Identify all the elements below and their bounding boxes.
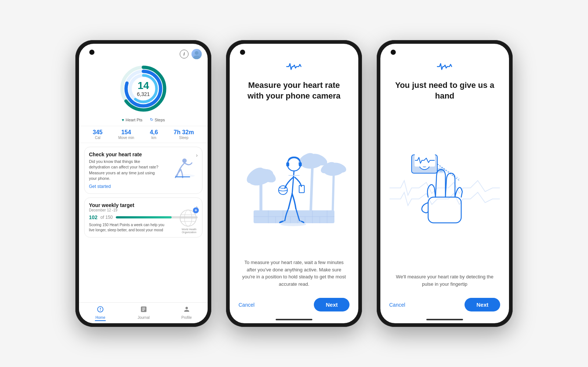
svg-point-1 (193, 56, 200, 59)
phone3-illustration (380, 108, 509, 267)
profile-label: Profile (181, 316, 191, 320)
journal-icon (140, 306, 147, 315)
progress-bar-fill (116, 216, 172, 218)
bottom-nav: Home Journal Profile (79, 302, 208, 323)
info-button[interactable]: i (180, 50, 189, 58)
phone2-content: Measure your heart rate with your phone … (230, 44, 358, 323)
steps-label: ↻ Steps (150, 117, 165, 122)
stat-sleep: 7h 32m Sleep (174, 129, 194, 140)
camera-hole-2 (240, 50, 245, 55)
weekly-desc: Scoring 150 Heart Points a week can help… (89, 222, 165, 233)
stat-move: 154 Move min (118, 129, 134, 140)
heart-pts-value: 14 (137, 80, 149, 92)
phone2-illustration (230, 108, 358, 253)
phone3-next-button[interactable]: Next (465, 298, 500, 311)
heart-rate-desc: Did you know that things like dehydratio… (89, 159, 159, 182)
home-indicator-2 (276, 319, 312, 320)
heart-pts-label: ♥ Heart Pts (122, 117, 142, 122)
weekly-target-card[interactable]: Your weekly target December 12 -19 › 102… (84, 197, 202, 238)
phone2-footer: Cancel Next (230, 293, 358, 319)
home-indicator-3 (426, 319, 463, 320)
camera-hole-3 (391, 50, 396, 55)
ring-container: 14 6,321 (79, 63, 208, 114)
svg-line-20 (311, 166, 312, 218)
phone3-cancel-button[interactable]: Cancel (389, 302, 405, 308)
svg-point-44 (280, 222, 306, 226)
svg-rect-45 (428, 197, 461, 223)
phone3-desc: We'll measure your heart rate by detecti… (380, 267, 509, 293)
phone2-title: Measure your heart rate with your phone … (230, 80, 358, 101)
heart-icon: ♥ (122, 118, 124, 122)
svg-point-9 (182, 158, 187, 163)
phone-2: Measure your heart rate with your phone … (226, 40, 362, 327)
phone3-footer: Cancel Next (380, 293, 509, 319)
metric-labels: ♥ Heart Pts ↻ Steps (79, 117, 208, 122)
nav-journal[interactable]: Journal (137, 306, 150, 321)
heartwave-icon-2 (286, 62, 302, 73)
nav-home[interactable]: Home (95, 306, 106, 321)
steps-icon: ↻ (150, 117, 153, 122)
journal-label: Journal (137, 316, 150, 320)
steps-value: 6,321 (137, 91, 150, 97)
ring-center: 14 6,321 (137, 80, 150, 97)
phone-3: You just need to give us a hand (377, 40, 513, 327)
phone1-header: i (79, 44, 208, 59)
who-logo: + World Health Organization (179, 209, 199, 234)
phones-container: i (61, 25, 527, 342)
svg-point-0 (195, 51, 198, 55)
phone2-desc: To measure your heart rate, wait a few m… (230, 253, 358, 293)
phone3-title: You just need to give us a hand (380, 80, 509, 101)
yoga-illustration (172, 156, 199, 183)
nav-underline (95, 320, 106, 321)
home-label: Home (96, 316, 105, 320)
nav-profile[interactable]: Profile (181, 306, 191, 321)
profile-icon (183, 306, 190, 315)
phone1-content: i (79, 44, 208, 323)
home-icon (97, 306, 104, 315)
heartwave-icon-3 (437, 62, 453, 73)
stat-calories: 345 Cal (93, 129, 103, 140)
phone2-next-button[interactable]: Next (314, 298, 349, 311)
weekly-title-text: Your weekly target December 12 -19 (89, 202, 134, 212)
svg-point-42 (279, 186, 287, 195)
svg-point-52 (439, 169, 443, 172)
svg-rect-41 (299, 162, 302, 167)
heart-rate-card[interactable]: › Check your heart rate Did you know tha… (84, 147, 202, 194)
camera-hole-1 (89, 50, 94, 55)
stat-km: 4,6 km (150, 129, 158, 140)
phone2-cancel-button[interactable]: Cancel (239, 302, 255, 308)
phone-1: i (75, 40, 211, 327)
stats-row: 345 Cal 154 Move min 4,6 km 7h 32m Sleep (79, 126, 208, 143)
phone3-content: You just need to give us a hand (380, 44, 509, 323)
svg-rect-40 (286, 162, 289, 167)
avatar[interactable] (191, 49, 202, 59)
